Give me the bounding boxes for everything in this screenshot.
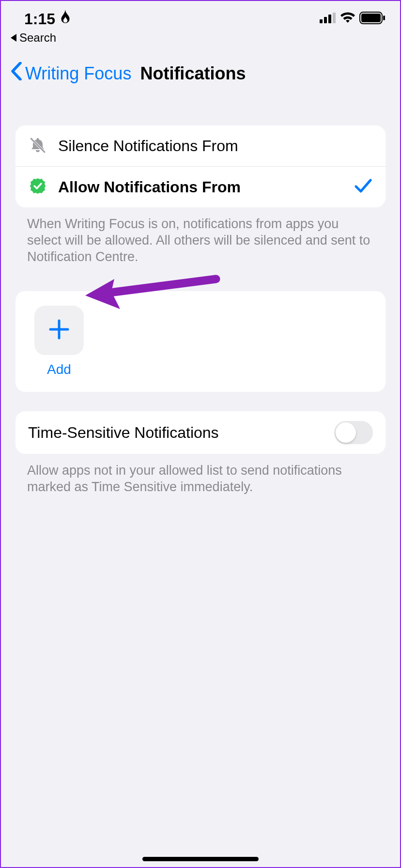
toggle-knob [336,422,356,443]
cellular-icon [320,13,336,25]
nav-back-label: Writing Focus [25,63,131,84]
svg-rect-3 [333,13,336,23]
time-sensitive-row: Time-Sensitive Notifications [15,411,386,454]
plus-icon [47,318,71,343]
svg-rect-0 [320,19,323,23]
flame-icon [59,10,72,28]
add-tile [34,306,84,355]
add-button[interactable]: Add [30,306,88,377]
time-sensitive-toggle[interactable] [334,421,373,444]
svg-rect-6 [383,16,385,20]
badge-check-icon [29,177,46,197]
status-bar: 1:15 [1,1,400,30]
time-sensitive-group: Time-Sensitive Notifications [15,411,386,454]
back-app-label: Search [19,31,56,45]
silence-mode-row[interactable]: Silence Notifications From [15,125,386,166]
checkmark-icon [355,178,372,196]
allowed-apps-group: Add [15,291,386,392]
time-sensitive-label: Time-Sensitive Notifications [28,424,219,442]
allow-mode-row[interactable]: Allow Notifications From [15,166,386,207]
mode-footer: When Writing Focus is on, notifications … [27,216,374,265]
svg-rect-2 [328,15,331,23]
time-sensitive-footer: Allow apps not in your allowed list to s… [27,463,374,496]
battery-icon [359,12,386,26]
bell-slash-icon [29,136,46,155]
status-left: 1:15 [24,10,72,28]
back-to-app[interactable]: Search [1,30,400,45]
nav-title: Notifications [140,63,246,84]
home-indicator[interactable] [142,857,259,861]
chevron-left-icon [11,62,22,85]
nav-bar: Writing Focus Notifications [1,45,400,96]
svg-rect-1 [324,17,327,23]
svg-rect-5 [361,14,381,22]
nav-back-button[interactable]: Writing Focus [11,62,131,85]
allow-label: Allow Notifications From [58,178,343,196]
status-right [320,12,386,26]
add-label: Add [47,362,71,377]
wifi-icon [340,12,355,26]
back-triangle-icon [11,31,17,45]
notification-mode-group: Silence Notifications From Allow Notific… [15,125,386,207]
status-time: 1:15 [24,10,55,28]
silence-label: Silence Notifications From [58,137,372,155]
